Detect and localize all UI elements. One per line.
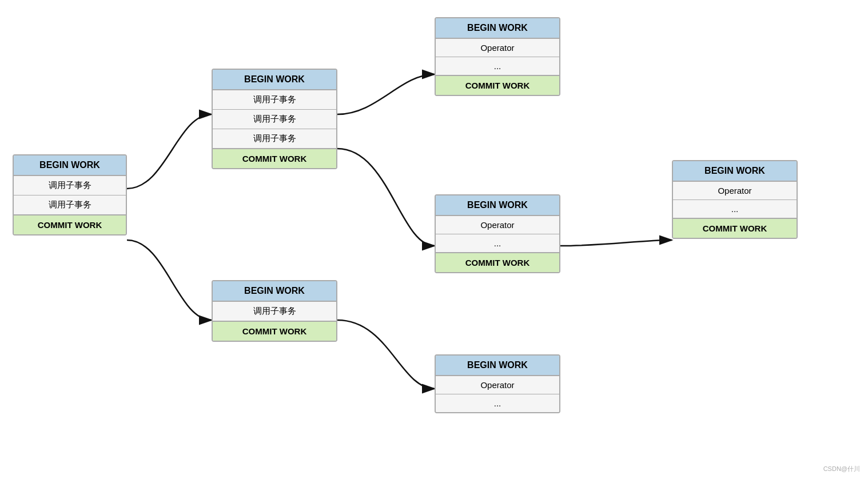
box2-row-3: 调用子事务 (213, 129, 336, 149)
transaction-box-3: BEGIN WORK 调用子事务 COMMIT WORK (212, 280, 337, 342)
box2-header: BEGIN WORK (213, 70, 336, 90)
transaction-box-7: BEGIN WORK Operator ... COMMIT WORK (672, 160, 798, 239)
box7-header: BEGIN WORK (673, 161, 797, 182)
box6-header: BEGIN WORK (436, 356, 559, 376)
box1-commit: COMMIT WORK (14, 215, 126, 234)
box1-header: BEGIN WORK (14, 155, 126, 176)
box2-row-2: 调用子事务 (213, 110, 336, 129)
box3-row-1: 调用子事务 (213, 302, 336, 321)
box7-commit: COMMIT WORK (673, 218, 797, 238)
transaction-box-4: BEGIN WORK Operator ... COMMIT WORK (435, 17, 560, 96)
transaction-box-6: BEGIN WORK Operator ... (435, 354, 560, 413)
arrows-svg (0, 0, 868, 479)
transaction-box-1: BEGIN WORK 调用子事务 调用子事务 COMMIT WORK (13, 154, 127, 235)
box2-row-1: 调用子事务 (213, 90, 336, 110)
box7-row-1: Operator (673, 182, 797, 200)
box4-row-2: ... (436, 57, 559, 75)
box4-row-1: Operator (436, 39, 559, 57)
transaction-box-2: BEGIN WORK 调用子事务 调用子事务 调用子事务 COMMIT WORK (212, 69, 337, 169)
box4-header: BEGIN WORK (436, 18, 559, 39)
diagram-container: BEGIN WORK 调用子事务 调用子事务 COMMIT WORK BEGIN… (0, 0, 868, 479)
box6-row-1: Operator (436, 376, 559, 394)
box3-header: BEGIN WORK (213, 281, 336, 302)
box5-header: BEGIN WORK (436, 195, 559, 216)
watermark: CSDN@什川 (823, 465, 860, 473)
box1-row-2: 调用子事务 (14, 195, 126, 215)
box3-commit: COMMIT WORK (213, 321, 336, 341)
box7-row-2: ... (673, 200, 797, 218)
box6-row-2: ... (436, 394, 559, 412)
box5-commit: COMMIT WORK (436, 253, 559, 272)
box1-row-1: 调用子事务 (14, 176, 126, 195)
transaction-box-5: BEGIN WORK Operator ... COMMIT WORK (435, 194, 560, 273)
box5-row-1: Operator (436, 216, 559, 234)
box2-commit: COMMIT WORK (213, 149, 336, 168)
box4-commit: COMMIT WORK (436, 75, 559, 95)
box5-row-2: ... (436, 234, 559, 253)
